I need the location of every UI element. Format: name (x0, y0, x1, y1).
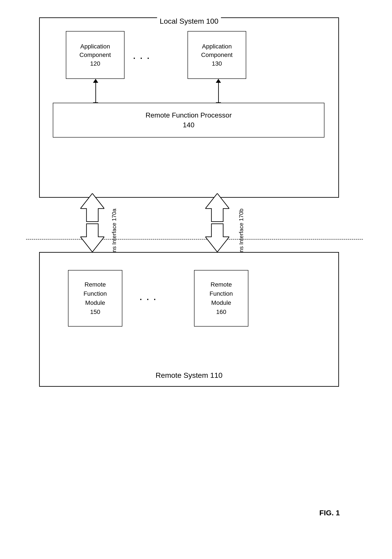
svg-marker-0 (80, 193, 104, 222)
arrow-130-to-rfp (216, 79, 221, 106)
fat-arrow-left-svg (80, 193, 104, 252)
app-component-120-label: Application Component 120 (80, 42, 111, 68)
rfp-label: Remote Function Processor 140 (146, 110, 232, 130)
arrowhead-up-130 (216, 79, 221, 83)
remote-system-label: Remote System 110 (156, 371, 223, 380)
app-component-120-box: Application Component 120 (66, 31, 124, 79)
local-system-label: Local System 100 (157, 17, 221, 25)
arrow-line-130 (218, 83, 219, 102)
dots-top: . . . (133, 52, 150, 61)
fat-arrow-right-svg (205, 193, 229, 252)
rfp-box: Remote Function Processor 140 (53, 103, 324, 138)
rfm-150-label: Remote Function Module 150 (84, 280, 107, 317)
remote-system-box: Remote System 110 Remote Function Module… (39, 252, 339, 387)
dots-bottom: . . . (140, 293, 157, 302)
svg-marker-3 (205, 224, 229, 252)
app-component-130-label: Application Component 130 (201, 42, 233, 68)
svg-marker-2 (205, 193, 229, 222)
fat-arrow-right (204, 193, 230, 252)
fat-arrow-left (79, 193, 105, 252)
dashed-boundary-line (26, 239, 363, 240)
local-system-box: Local System 100 Application Component 1… (39, 17, 339, 198)
figure-label: FIG. 1 (319, 509, 340, 517)
arrow-line-120 (95, 83, 96, 102)
app-component-130-box: Application Component 130 (187, 31, 246, 79)
arrow-120-to-rfp (93, 79, 98, 106)
rfm-160-box: Remote Function Module 160 (194, 270, 248, 326)
rfm-160-label: Remote Function Module 160 (209, 280, 233, 317)
rfm-150-box: Remote Function Module 150 (68, 270, 122, 326)
diagram-container: Local System 100 Application Component 1… (26, 13, 366, 534)
svg-marker-1 (80, 224, 104, 252)
arrowhead-up-120 (93, 79, 98, 83)
